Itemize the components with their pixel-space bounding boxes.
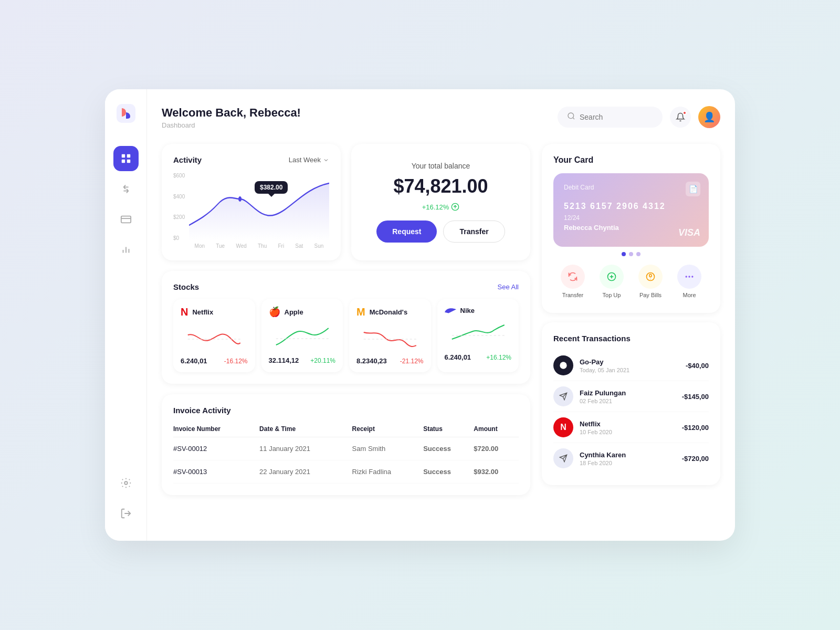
card-expiry: 12/24 [564,214,698,222]
txn-name: Netflix [580,420,676,428]
netflix-icon: N [181,306,188,318]
stock-name: Netflix [192,308,213,316]
stock-change: +20.11% [310,357,335,364]
sidebar-item-logout[interactable] [113,501,139,526]
transaction-item[interactable]: N Netflix 10 Feb 2020 -$120,00 [553,412,709,443]
stock-mcdonalds[interactable]: M McDonald's 8.2340,23 -21.12% [349,299,431,372]
svg-point-26 [686,276,687,277]
dot-3[interactable] [636,252,640,256]
logo [117,104,135,125]
stock-value: 6.240,01 [181,357,207,365]
invoice-receipt: Rizki Fadlina [352,460,424,484]
txn-date: Today, 05 Jan 2021 [580,367,679,373]
sidebar-item-transfer[interactable] [113,176,139,202]
transaction-item[interactable]: Cynthia Karen 18 Feb 2020 -$720,00 [553,443,709,474]
visa-logo: VISA [678,227,700,238]
stock-change: +16.12% [486,354,511,361]
stock-value: 8.2340,23 [356,357,387,365]
header: Welcome Back, Rebecca! Dashboard [162,106,720,129]
period-selector[interactable]: Last Week [289,156,329,164]
stock-name: Nike [460,307,475,314]
svg-rect-1 [121,154,124,158]
txn-date: 10 Feb 2020 [580,429,676,435]
your-card-title: Your Card [553,155,709,165]
paybills-action-label: Pay Bills [639,292,662,298]
stock-value: 6.240,01 [445,353,471,361]
avatar[interactable]: 👤 [698,106,720,128]
transactions-card: Recent Transactions G Go-Pay Today, 05 J… [542,322,720,485]
left-column: Activity Last Week $600 $400 $200 [162,144,530,495]
stock-nike[interactable]: Nike 6.240,01 +16.12% [437,299,519,372]
action-topup[interactable]: Top Up [600,265,624,298]
search-bar[interactable] [558,107,663,128]
content-grid: Activity Last Week $600 $400 $200 [162,144,720,495]
stocks-header: Stocks See All [173,282,519,291]
stock-change: -16.12% [224,358,248,365]
nike-chart [445,321,512,347]
col-invoice-number: Invoice Number [173,421,259,437]
invoice-title: Invoice Activity [173,406,519,415]
svg-rect-3 [121,160,124,163]
topup-action-icon [600,265,624,289]
transfer-action-label: Transfer [562,292,584,298]
request-button[interactable]: Request [376,220,437,243]
quick-actions: Transfer Top Up [553,261,709,301]
netflix-txn-icon: N [553,417,573,437]
stock-netflix[interactable]: N Netflix 6.240,01 -16.12% [173,299,255,372]
mcdonalds-chart [356,324,424,351]
balance-change: +16.12% [422,203,460,211]
txn-date: 02 Feb 2021 [580,398,676,404]
stocks-section: Stocks See All N Netflix [162,271,530,384]
table-row: #SV-00013 22 January 2021 Rizki Fadlina … [173,460,519,484]
sidebar [105,89,147,541]
txn-amount: -$40,00 [686,362,709,370]
action-transfer[interactable]: Transfer [561,265,585,298]
nike-icon [445,306,456,314]
transaction-item[interactable]: G Go-Pay Today, 05 Jan 2021 -$40,00 [553,350,709,381]
avatar-image: 👤 [698,106,720,128]
svg-text:G: G [562,364,564,368]
svg-point-12 [568,113,574,119]
invoice-card: Invoice Activity Invoice Number Date & T… [162,394,530,495]
notification-button[interactable] [670,107,691,128]
topup-action-label: Top Up [603,292,621,298]
svg-point-10 [124,481,128,485]
txn-name: Cynthia Karen [580,451,676,459]
invoice-number: #SV-00013 [173,460,259,484]
col-status: Status [423,421,474,437]
action-paybills[interactable]: Pay Bills [638,265,663,298]
invoice-status: Success [423,437,474,460]
stock-apple[interactable]: 🍎 Apple 32.114,12 +20.11% [261,299,343,372]
transfer-button[interactable]: Transfer [443,220,505,243]
chart-x-labels: Mon Tue Wed Thu Fri Sat Sun [189,243,329,249]
gopay-icon: G [553,355,573,375]
invoice-amount: $932.00 [474,460,519,484]
page-subtitle: Dashboard [162,121,301,129]
txn-name: Go-Pay [580,358,679,366]
balance-card: Your total balance $74,821.00 +16.12% Re… [351,144,530,260]
stocks-title: Stocks [173,282,199,291]
dot-2[interactable] [629,252,633,256]
action-more[interactable]: More [677,265,701,298]
sidebar-item-settings[interactable] [113,470,139,496]
svg-point-27 [688,276,690,277]
sidebar-item-dashboard[interactable] [113,146,139,171]
activity-card: Activity Last Week $600 $400 $200 [162,144,341,260]
stock-name: McDonald's [370,308,407,316]
stocks-see-all[interactable]: See All [498,283,519,291]
invoice-amount: $720.00 [474,437,519,460]
transaction-item[interactable]: Faiz Pulungan 02 Feb 2021 -$145,00 [553,381,709,412]
col-amount: Amount [474,421,519,437]
dot-1[interactable] [622,252,626,256]
txn-amount: -$720,00 [682,455,709,463]
txn-amount: -$120,00 [682,424,709,432]
invoice-table: Invoice Number Date & Time Receipt Statu… [173,421,519,484]
activity-title: Activity [173,155,202,164]
col-date: Date & Time [259,421,352,437]
search-input[interactable] [580,113,653,121]
stocks-grid: N Netflix 6.240,01 -16.12% [173,299,519,372]
chart-y-labels: $600 $400 $200 $0 [173,173,185,241]
txn-name: Faiz Pulungan [580,389,676,397]
sidebar-item-analytics[interactable] [113,237,139,262]
sidebar-item-card[interactable] [113,207,139,232]
